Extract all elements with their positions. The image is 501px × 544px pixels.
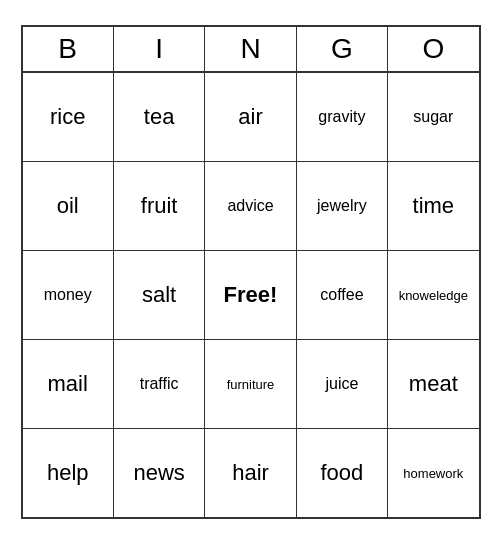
bingo-card: BINGO riceteaairgravitysugaroilfruitadvi… xyxy=(21,25,481,519)
cell-text-0-3: gravity xyxy=(318,108,365,126)
cell-text-0-2: air xyxy=(238,104,262,130)
cell-text-4-1: news xyxy=(133,460,184,486)
cell-text-3-1: traffic xyxy=(140,375,179,393)
header-cell-O: O xyxy=(388,27,478,71)
cell-text-0-4: sugar xyxy=(413,108,453,126)
grid-cell-1-1: fruit xyxy=(114,162,205,250)
grid-row-4: helpnewshairfoodhomework xyxy=(23,429,479,517)
grid-cell-2-3: coffee xyxy=(297,251,388,339)
cell-text-1-3: jewelry xyxy=(317,197,367,215)
cell-text-1-2: advice xyxy=(227,197,273,215)
cell-text-2-1: salt xyxy=(142,282,176,308)
grid-cell-3-1: traffic xyxy=(114,340,205,428)
grid-cell-2-1: salt xyxy=(114,251,205,339)
grid-row-0: riceteaairgravitysugar xyxy=(23,73,479,162)
bingo-grid: riceteaairgravitysugaroilfruitadvicejewe… xyxy=(23,73,479,517)
cell-text-2-0: money xyxy=(44,286,92,304)
grid-cell-1-0: oil xyxy=(23,162,114,250)
header-cell-N: N xyxy=(205,27,296,71)
cell-text-1-1: fruit xyxy=(141,193,178,219)
cell-text-3-4: meat xyxy=(409,371,458,397)
cell-text-4-0: help xyxy=(47,460,89,486)
grid-cell-1-2: advice xyxy=(205,162,296,250)
header-cell-B: B xyxy=(23,27,114,71)
cell-text-4-3: food xyxy=(321,460,364,486)
grid-cell-4-3: food xyxy=(297,429,388,517)
header-cell-G: G xyxy=(297,27,388,71)
grid-cell-0-3: gravity xyxy=(297,73,388,161)
cell-text-1-4: time xyxy=(413,193,455,219)
grid-cell-3-3: juice xyxy=(297,340,388,428)
cell-text-0-0: rice xyxy=(50,104,85,130)
cell-text-0-1: tea xyxy=(144,104,175,130)
grid-cell-0-2: air xyxy=(205,73,296,161)
grid-row-3: mailtrafficfurniturejuicemeat xyxy=(23,340,479,429)
bingo-header: BINGO xyxy=(23,27,479,73)
grid-cell-3-0: mail xyxy=(23,340,114,428)
grid-cell-2-2: Free! xyxy=(205,251,296,339)
grid-cell-3-2: furniture xyxy=(205,340,296,428)
grid-cell-4-2: hair xyxy=(205,429,296,517)
cell-text-1-0: oil xyxy=(57,193,79,219)
grid-cell-1-3: jewelry xyxy=(297,162,388,250)
header-cell-I: I xyxy=(114,27,205,71)
cell-text-3-0: mail xyxy=(48,371,88,397)
cell-text-2-4: knoweledge xyxy=(399,288,468,303)
grid-row-2: moneysaltFree!coffeeknoweledge xyxy=(23,251,479,340)
grid-cell-0-0: rice xyxy=(23,73,114,161)
grid-cell-2-0: money xyxy=(23,251,114,339)
grid-cell-0-4: sugar xyxy=(388,73,478,161)
grid-cell-4-1: news xyxy=(114,429,205,517)
cell-text-2-2: Free! xyxy=(224,282,278,308)
cell-text-4-2: hair xyxy=(232,460,269,486)
cell-text-4-4: homework xyxy=(403,466,463,481)
grid-cell-1-4: time xyxy=(388,162,478,250)
cell-text-3-3: juice xyxy=(325,375,358,393)
grid-cell-4-0: help xyxy=(23,429,114,517)
cell-text-3-2: furniture xyxy=(227,377,275,392)
cell-text-2-3: coffee xyxy=(320,286,363,304)
grid-cell-2-4: knoweledge xyxy=(388,251,478,339)
grid-cell-4-4: homework xyxy=(388,429,478,517)
grid-cell-3-4: meat xyxy=(388,340,478,428)
grid-cell-0-1: tea xyxy=(114,73,205,161)
grid-row-1: oilfruitadvicejewelrytime xyxy=(23,162,479,251)
